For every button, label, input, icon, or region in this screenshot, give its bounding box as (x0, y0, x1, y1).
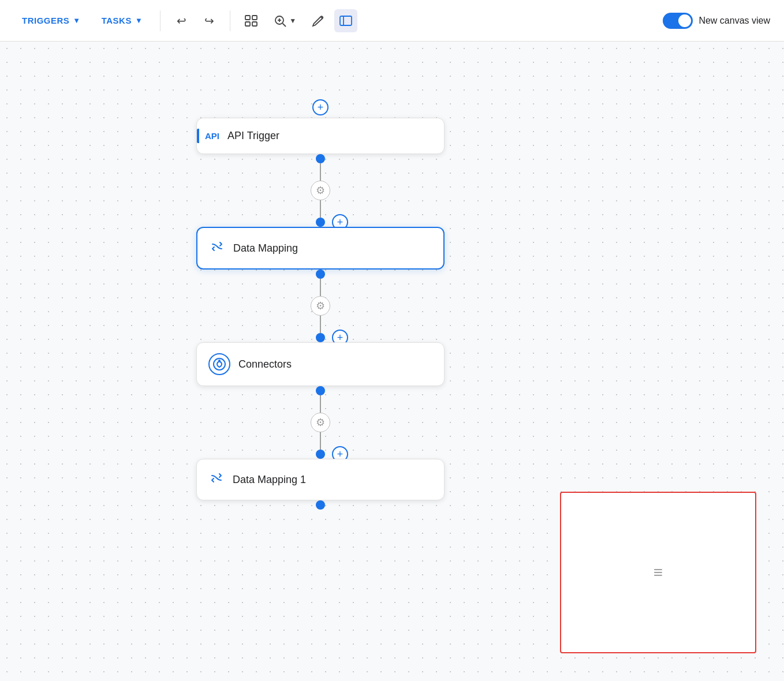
toggle-check-icon: ✓ (683, 16, 689, 24)
undo-button[interactable]: ↩ (170, 9, 193, 32)
line-3a (320, 395, 321, 413)
data-mapping-1-icon (208, 470, 225, 489)
line-1a (320, 163, 321, 181)
svg-rect-1 (252, 16, 257, 20)
line-2b (320, 316, 321, 333)
connector-node-icon (208, 353, 230, 375)
line-3b (320, 432, 321, 450)
zoom-icon (273, 14, 287, 28)
undo-icon: ↩ (177, 14, 186, 28)
add-before-api-button[interactable]: + (312, 99, 328, 115)
output-dot-1 (316, 154, 325, 163)
redo-icon: ↪ (204, 14, 214, 28)
data-mapping-node[interactable]: Data Mapping (196, 227, 445, 270)
plus-icon: + (318, 102, 324, 114)
canvas-view-icon (339, 14, 353, 28)
connector-2: ⚙ + (311, 270, 330, 342)
toggle-slider: ✓ (663, 13, 693, 29)
gear-2[interactable]: ⚙ (311, 296, 330, 316)
data-mapping-1-node[interactable]: Data Mapping 1 (196, 459, 445, 500)
api-trigger-node[interactable]: API API Trigger (196, 118, 445, 154)
svg-line-5 (283, 23, 286, 27)
tasks-label: TASKS (102, 16, 132, 25)
output-dot-3 (316, 386, 325, 395)
minimap[interactable]: ≡ (560, 492, 756, 653)
separator-1 (160, 10, 160, 31)
new-canvas-label: New canvas view (699, 16, 770, 26)
canvas-view-button[interactable] (334, 9, 357, 32)
data-mapping-icon (209, 238, 225, 258)
output-dot-4 (316, 500, 325, 510)
line-1b (320, 200, 321, 218)
triggers-label: TRIGGERS (22, 16, 69, 25)
redo-button[interactable]: ↪ (197, 9, 221, 32)
zoom-button[interactable]: ▼ (267, 10, 302, 31)
svg-point-11 (218, 360, 221, 362)
triggers-button[interactable]: TRIGGERS ▼ (14, 11, 89, 30)
data-mapping-label: Data Mapping (233, 242, 298, 255)
connector-1: ⚙ + (311, 154, 330, 227)
tasks-chevron-icon: ▼ (135, 16, 143, 25)
minimap-icon: ≡ (654, 563, 663, 582)
layout-button[interactable] (240, 9, 263, 32)
input-dot-2 (316, 218, 325, 227)
svg-rect-3 (252, 22, 257, 26)
input-dot-4 (316, 450, 325, 459)
zoom-chevron-icon: ▼ (289, 17, 296, 25)
pen-icon (311, 14, 325, 28)
gear-3[interactable]: ⚙ (311, 413, 330, 432)
output-dot-2 (316, 270, 325, 279)
flow-container: + API API Trigger ⚙ + (196, 99, 445, 510)
connectors-node[interactable]: Connectors (196, 342, 445, 386)
svg-rect-8 (340, 16, 352, 25)
canvas[interactable]: + API API Trigger ⚙ + (0, 42, 784, 681)
new-canvas-toggle-wrap: ✓ New canvas view (663, 13, 770, 29)
canvas-toggle[interactable]: ✓ (663, 13, 693, 29)
connectors-label: Connectors (238, 358, 292, 371)
svg-rect-2 (245, 22, 250, 26)
connector-3: ⚙ + (311, 386, 330, 459)
triggers-chevron-icon: ▼ (73, 16, 80, 25)
connector-4 (316, 500, 325, 510)
input-dot-3 (316, 333, 325, 342)
layout-icon (244, 14, 258, 28)
svg-rect-0 (245, 16, 250, 20)
gear-1[interactable]: ⚙ (311, 181, 330, 200)
api-trigger-label: API Trigger (227, 130, 279, 142)
pen-button[interactable] (307, 9, 330, 32)
api-icon: API (197, 129, 219, 143)
tasks-button[interactable]: TASKS ▼ (94, 11, 151, 30)
toolbar: TRIGGERS ▼ TASKS ▼ ↩ ↪ ▼ (0, 0, 784, 42)
line-2a (320, 279, 321, 296)
data-mapping-1-label: Data Mapping 1 (233, 474, 306, 486)
separator-2 (230, 10, 230, 31)
